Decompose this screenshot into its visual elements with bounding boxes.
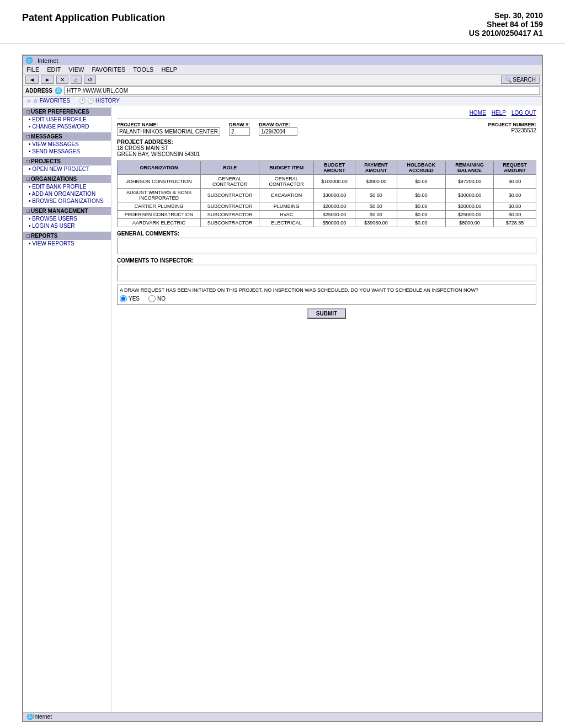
sidebar-title-projects[interactable]: PROJECTS (23, 157, 111, 165)
table-cell: $20000.00 (445, 202, 494, 211)
project-number-value: P3235532 (306, 127, 536, 133)
table-cell: $100000.00 (313, 175, 355, 189)
address-bar-row: ADDRESS 🌐 (23, 85, 542, 97)
search-button[interactable]: 🔍 SEARCH (501, 76, 540, 84)
submit-button[interactable]: SUBMIT (307, 308, 346, 319)
draw-date-value: 1/29/2004 (259, 127, 297, 136)
browser-menu-bar: FILE EDIT VIEW FAVORITES TOOLS HELP (23, 65, 542, 74)
address-input[interactable] (65, 87, 540, 95)
sidebar-title-user-management[interactable]: USER MANAGEMENT (23, 207, 111, 215)
patent-sheet: Sheet 84 of 159 (469, 20, 543, 29)
menu-favorites[interactable]: FAVORITES (92, 66, 125, 73)
sidebar-item-view-reports[interactable]: VIEW REPORTS (23, 240, 111, 247)
history-icon: 🕐 (79, 98, 86, 104)
table-cell: $0.00 (355, 211, 397, 219)
help-link[interactable]: HELP (492, 110, 506, 116)
table-cell: GENERAL CONTRACTOR (201, 175, 259, 189)
sidebar-item-browse-organizations[interactable]: BROWSE ORGANIZATIONS (23, 197, 111, 205)
sidebar-item-browse-users[interactable]: BROWSE USERS (23, 215, 111, 222)
draw-value: 2 (229, 127, 250, 136)
table-cell: $50000.00 (313, 219, 355, 227)
table-cell: $0.00 (397, 189, 445, 202)
yes-radio[interactable] (120, 295, 127, 302)
project-name-label: PROJECT NAME: (117, 122, 220, 127)
project-address-group: PROJECT ADDRESS: 18 CROSS MAIN ST GREEN … (117, 139, 536, 157)
menu-file[interactable]: FILE (26, 66, 39, 73)
browser-status: Internet (33, 714, 52, 720)
inspector-comments-box[interactable] (117, 265, 536, 281)
table-cell: $0.00 (494, 211, 536, 219)
table-cell: $30000.00 (445, 189, 494, 202)
table-cell: $0.00 (355, 189, 397, 202)
table-cell: SUBCONTRACTOR (201, 189, 259, 202)
sidebar-title-user-preferences[interactable]: USER PREFERENCES (23, 108, 111, 116)
menu-tools[interactable]: TOOLS (133, 66, 153, 73)
sidebar-section-user-management: USER MANAGEMENT BROWSE USERS LOGIN AS US… (23, 207, 111, 229)
browser-icon: 🌐 (25, 57, 33, 64)
yes-label: YES (129, 296, 140, 302)
project-name-group: PROJECT NAME: PALANTHINIKOS MEMORIAL CEN… (117, 122, 220, 136)
sidebar-item-add-organization[interactable]: ADD AN ORGANIZATION (23, 190, 111, 197)
sidebar-item-view-messages[interactable]: VIEW MESSAGES (23, 141, 111, 148)
refresh-button[interactable]: ↺ (84, 76, 96, 84)
table-cell: $20000.00 (313, 202, 355, 211)
stop-button[interactable]: ✕ (56, 76, 68, 84)
draw-request-radio-group: YES NO (120, 295, 534, 302)
table-cell: $39060.00 (355, 219, 397, 227)
sidebar-item-change-password[interactable]: CHANGE PASSWORD (23, 123, 111, 130)
table-cell: $728.35 (494, 219, 536, 227)
main-content: USER PREFERENCES EDIT USER PROFILE CHANG… (23, 105, 542, 712)
col-remaining: REMAINING BALANCE (445, 161, 494, 175)
sidebar-title-organizations[interactable]: ORGANIZATIONS (23, 175, 111, 183)
browser-icon2: 🌐 (55, 87, 62, 94)
home-button[interactable]: ⌂ (71, 76, 82, 84)
sidebar-item-edit-user-profile[interactable]: EDIT USER PROFILE (23, 116, 111, 123)
col-organization: ORGANIZATION (118, 161, 201, 175)
back-button[interactable]: ◄ (25, 76, 39, 84)
table-cell: EXCAVATION (259, 189, 314, 202)
table-cell: $0.00 (494, 202, 536, 211)
comments-box[interactable] (117, 238, 536, 254)
sidebar-section-organizations: ORGANIZATIONS EDIT BANK PROFILE ADD AN O… (23, 175, 111, 205)
menu-help[interactable]: HELP (161, 66, 177, 73)
table-cell: $25000.00 (445, 211, 494, 219)
logout-link[interactable]: LOG OUT (511, 110, 536, 116)
menu-view[interactable]: VIEW (68, 66, 84, 73)
comments-section: GENERAL COMMENTS: (117, 231, 536, 254)
browser-toolbar: ◄ ► ✕ ⌂ ↺ 🔍 SEARCH (23, 74, 542, 85)
sidebar-item-login-as-user[interactable]: LOGIN AS USER (23, 222, 111, 229)
sidebar: USER PREFERENCES EDIT USER PROFILE CHANG… (23, 105, 111, 712)
table-row: CARTIER PLUMBINGSUBCONTRACTORPLUMBING$20… (118, 202, 536, 211)
sidebar-item-open-new-project[interactable]: OPEN NEW PROJECT (23, 165, 111, 173)
project-name-value: PALANTHINIKOS MEMORIAL CENTER (117, 127, 220, 136)
patent-right: Sep. 30, 2010 Sheet 84 of 159 US 2010/02… (469, 11, 543, 38)
table-cell: $0.00 (397, 211, 445, 219)
sidebar-item-edit-bank-profile[interactable]: EDIT BANK PROFILE (23, 183, 111, 190)
table-row: PEDERSEN CONSTRUCTIONSUBCONTRACTORHVAC$2… (118, 211, 536, 219)
star-icon: ☆ (26, 98, 31, 104)
no-label: NO (157, 296, 166, 302)
favorites-button[interactable]: ☆ ☆ FAVORITES (26, 98, 70, 104)
patent-title: Patent Application Publication (22, 11, 165, 25)
patent-date: Sep. 30, 2010 (469, 11, 543, 20)
sidebar-title-messages[interactable]: MESSAGES (23, 132, 111, 141)
sidebar-item-send-messages[interactable]: SEND MESSAGES (23, 148, 111, 155)
browser-window: 🌐 Internet FILE EDIT VIEW FAVORITES TOOL… (22, 55, 543, 722)
home-link[interactable]: HOME (470, 110, 486, 116)
browser-status-icon: 🌐 (26, 714, 33, 720)
forward-button[interactable]: ► (41, 76, 54, 84)
menu-edit[interactable]: EDIT (47, 66, 61, 73)
no-radio[interactable] (148, 295, 156, 302)
project-address-value: 18 CROSS MAIN ST GREEN BAY, WISCONSIN 54… (117, 145, 536, 157)
inspector-label: COMMENTS TO INSPECTOR: (117, 258, 536, 264)
table-cell: SUBCONTRACTOR (201, 211, 259, 219)
table-cell: JOHNSON CONSTRUCTION (118, 175, 201, 189)
table-cell: $2800.00 (355, 175, 397, 189)
yes-option: YES (120, 295, 140, 302)
col-payment-amount: PAYMENT AMOUNT (355, 161, 397, 175)
comments-label: GENERAL COMMENTS: (117, 231, 536, 237)
table-cell: $25000.00 (313, 211, 355, 219)
sidebar-title-reports[interactable]: REPORTS (23, 232, 111, 240)
browser-title: Internet (38, 57, 58, 64)
history-button[interactable]: 🕐 🕐 HISTORY (79, 98, 120, 104)
